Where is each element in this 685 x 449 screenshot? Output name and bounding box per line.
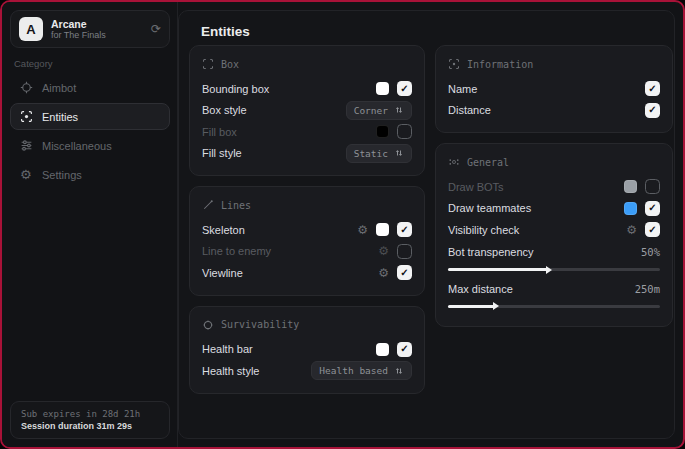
- app-header-card: A Arcane for The Finals ⟳: [10, 10, 170, 48]
- setting-label: Max distance: [448, 283, 513, 295]
- checkbox[interactable]: [397, 222, 412, 237]
- app-window: A Arcane for The Finals ⟳ Category Aimbo…: [0, 0, 685, 449]
- section-title: Survivability: [221, 319, 299, 330]
- section-lines-header: Lines: [202, 197, 412, 213]
- select-value: Static: [354, 148, 388, 159]
- unfold-icon: [394, 366, 404, 376]
- setting-row-bot-transparency: Bot transpenency 50%: [448, 242, 660, 272]
- health-style-select[interactable]: Health based: [311, 361, 412, 380]
- grid-dots-icon: [448, 156, 460, 168]
- page-title: Entities: [201, 24, 250, 39]
- sidebar: A Arcane for The Finals ⟳ Category Aimbo…: [2, 2, 178, 447]
- setting-row-skeleton: Skeleton ⚙: [202, 219, 412, 241]
- checkbox[interactable]: [397, 124, 412, 139]
- subscription-card: Sub expires in 28d 21h Session duration …: [10, 401, 170, 439]
- section-title: Lines: [221, 200, 251, 211]
- setting-label: Health bar: [202, 343, 253, 355]
- gear-icon[interactable]: ⚙: [378, 245, 389, 257]
- setting-label: Visibility check: [448, 224, 519, 236]
- scan-icon: [20, 110, 33, 123]
- sidebar-item-miscellaneous[interactable]: Miscellaneous: [10, 132, 170, 159]
- setting-row-draw-teammates: Draw teammates: [448, 198, 660, 220]
- color-swatch[interactable]: [376, 82, 389, 95]
- section-title: General: [467, 157, 509, 168]
- sidebar-nav: Aimbot Entities Miscellaneous ⚙ Settings: [10, 74, 170, 190]
- setting-label: Skeleton: [202, 224, 245, 236]
- sidebar-item-settings[interactable]: ⚙ Settings: [10, 161, 170, 188]
- right-column: Information Name Distance: [435, 45, 673, 327]
- setting-row-max-distance: Max distance 250m: [448, 278, 660, 308]
- left-column: Box Bounding box Box style Corner: [189, 45, 425, 394]
- sliders-icon: [20, 139, 33, 152]
- max-distance-slider[interactable]: [448, 305, 660, 308]
- setting-row-fill-style: Fill style Static: [202, 143, 412, 165]
- section-general-header: General: [448, 154, 660, 170]
- sync-icon[interactable]: ⟳: [151, 23, 161, 35]
- color-swatch[interactable]: [376, 125, 389, 138]
- color-swatch[interactable]: [624, 180, 637, 193]
- section-information: Information Name Distance: [435, 45, 673, 133]
- section-general: General Draw BOTs Draw teammates: [435, 143, 673, 327]
- unfold-icon: [394, 148, 404, 158]
- sub-expiry-text: Sub expires in 28d 21h: [21, 409, 159, 419]
- setting-label: Viewline: [202, 267, 243, 279]
- section-box: Box Bounding box Box style Corner: [189, 45, 425, 176]
- checkbox[interactable]: [397, 342, 412, 357]
- sidebar-item-label: Aimbot: [42, 82, 76, 94]
- app-logo: A: [19, 17, 43, 41]
- sidebar-item-aimbot[interactable]: Aimbot: [10, 74, 170, 101]
- main-panel: Entities Box Bounding box Box style: [178, 10, 675, 439]
- sidebar-item-entities[interactable]: Entities: [10, 103, 170, 130]
- slider-fill: [448, 268, 548, 271]
- category-label: Category: [14, 58, 53, 69]
- setting-label: Draw BOTs: [448, 181, 504, 193]
- setting-row-line-to-enemy: Line to enemy ⚙: [202, 241, 412, 263]
- color-swatch[interactable]: [624, 202, 637, 215]
- section-information-header: Information: [448, 56, 660, 72]
- app-name: Arcane: [51, 18, 143, 30]
- checkbox[interactable]: [645, 201, 660, 216]
- checkbox[interactable]: [397, 244, 412, 259]
- color-swatch[interactable]: [376, 223, 389, 236]
- line-icon: [202, 199, 214, 211]
- gear-icon[interactable]: ⚙: [626, 224, 637, 236]
- section-survivability: Survivability Health bar Health style He…: [189, 306, 425, 394]
- setting-label: Health style: [202, 365, 259, 377]
- sidebar-item-label: Settings: [42, 169, 82, 181]
- setting-row-viewline: Viewline ⚙: [202, 262, 412, 284]
- fill-style-select[interactable]: Static: [346, 144, 412, 163]
- checkbox[interactable]: [645, 179, 660, 194]
- slider-fill: [448, 305, 495, 308]
- setting-label: Name: [448, 83, 477, 95]
- checkbox[interactable]: [645, 103, 660, 118]
- setting-row-distance: Distance: [448, 100, 660, 122]
- life-ring-icon: [202, 319, 214, 331]
- app-title-block: Arcane for The Finals: [51, 18, 143, 40]
- gear-icon[interactable]: ⚙: [357, 224, 368, 236]
- color-swatch[interactable]: [376, 343, 389, 356]
- setting-row-name: Name: [448, 78, 660, 100]
- checkbox[interactable]: [397, 265, 412, 280]
- setting-label: Fill style: [202, 147, 242, 159]
- section-lines: Lines Skeleton ⚙ Line to enemy ⚙: [189, 186, 425, 296]
- unfold-icon: [394, 105, 404, 115]
- session-duration-text: Session duration 31m 29s: [21, 421, 159, 431]
- sidebar-item-label: Entities: [42, 111, 78, 123]
- setting-row-fill-box: Fill box: [202, 121, 412, 143]
- checkbox[interactable]: [645, 222, 660, 237]
- section-title: Information: [467, 59, 533, 70]
- bot-transparency-slider[interactable]: [448, 268, 660, 271]
- setting-label: Box style: [202, 104, 247, 116]
- gear-icon[interactable]: ⚙: [378, 267, 389, 279]
- section-survivability-header: Survivability: [202, 317, 412, 333]
- checkbox[interactable]: [645, 81, 660, 96]
- slider-value: 50%: [641, 246, 660, 258]
- setting-label: Line to enemy: [202, 245, 271, 257]
- sidebar-item-label: Miscellaneous: [42, 140, 112, 152]
- info-scan-icon: [448, 58, 460, 70]
- box-style-select[interactable]: Corner: [346, 101, 412, 120]
- checkbox[interactable]: [397, 81, 412, 96]
- setting-row-draw-bots: Draw BOTs: [448, 176, 660, 198]
- setting-row-health-style: Health style Health based: [202, 360, 412, 382]
- slider-value: 250m: [635, 283, 660, 295]
